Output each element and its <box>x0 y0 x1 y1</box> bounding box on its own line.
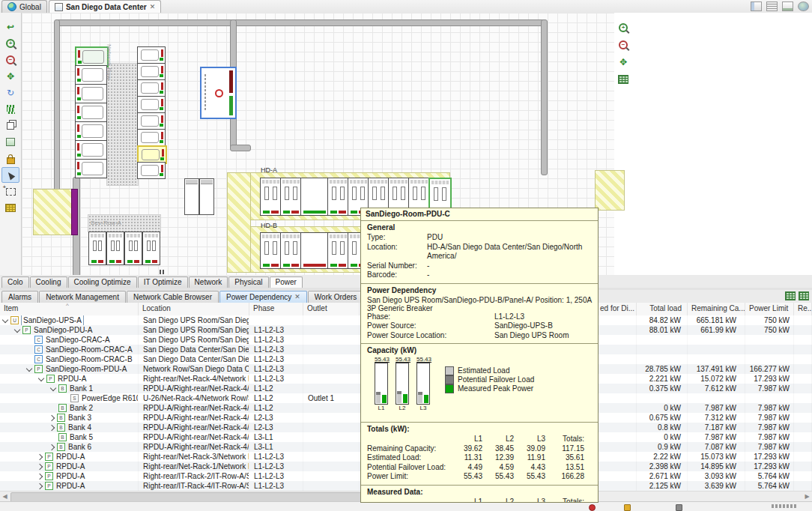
column-header-item[interactable]: Item^ <box>0 303 139 315</box>
table-export-icon[interactable] <box>799 291 809 300</box>
rack[interactable] <box>137 79 166 97</box>
rack[interactable] <box>137 112 166 130</box>
grid-icon[interactable] <box>1 200 19 216</box>
column-header-outlet[interactable]: Outlet <box>303 303 360 315</box>
map-tab-cooling-optimize[interactable]: Cooling Optimize <box>68 276 137 288</box>
hd-rack-unit[interactable] <box>300 232 329 269</box>
dev-rack-unit[interactable] <box>124 232 142 265</box>
column-header-remainingca[interactable]: Remaining Ca... <box>688 303 745 315</box>
rack[interactable] <box>75 46 109 67</box>
column-header-totalload[interactable]: Total load <box>637 303 688 315</box>
zoom-in-icon[interactable]: + <box>614 19 632 35</box>
copy-icon[interactable] <box>1 118 19 133</box>
scroll-right-icon[interactable]: ▶ <box>802 492 812 501</box>
expander-closed-icon[interactable] <box>37 463 43 469</box>
column-header-re[interactable]: Re... <box>794 303 812 315</box>
scroll-left-icon[interactable]: ◀ <box>0 492 10 501</box>
expander-open-icon[interactable] <box>50 384 56 390</box>
dev-rack-unit[interactable] <box>88 232 106 265</box>
hd-rack-unit[interactable] <box>280 232 302 269</box>
expander-open-icon[interactable] <box>14 326 20 332</box>
restore-pane-icon[interactable] <box>751 1 762 11</box>
rack[interactable] <box>75 159 107 178</box>
column-header-powerlimit[interactable]: Power Limit <box>745 303 794 315</box>
rack[interactable] <box>137 162 166 179</box>
cell-outlet <box>303 403 360 413</box>
panel-tab-power-dependency[interactable]: Power Dependency✕ <box>219 291 307 303</box>
map-tab-colo[interactable]: Colo <box>1 276 29 288</box>
rack[interactable] <box>75 121 107 141</box>
hd-rack-unit[interactable] <box>260 232 282 269</box>
room-wall-left <box>54 19 60 192</box>
close-tab-icon[interactable]: ✕ <box>150 4 156 10</box>
expander-closed-icon[interactable] <box>49 424 55 430</box>
zoom-out-icon[interactable]: − <box>1 52 19 67</box>
failover-segment <box>397 391 402 394</box>
cell-outlet <box>303 423 360 432</box>
airflow-icon[interactable] <box>1 101 19 117</box>
expander-closed-icon[interactable] <box>49 414 55 420</box>
rack[interactable] <box>75 103 107 122</box>
panel-tab-alarms[interactable]: Alarms <box>1 291 38 303</box>
rack[interactable] <box>137 63 166 80</box>
cell-item: PSanDiego-Room-PDU-A <box>0 364 139 374</box>
rack[interactable] <box>137 129 166 146</box>
zoom-in-icon[interactable]: + <box>1 35 19 51</box>
panel-tab-work-orders[interactable]: Work Orders <box>308 291 364 303</box>
map-tab-cooling[interactable]: Cooling <box>30 276 67 288</box>
paste-icon[interactable] <box>1 134 19 150</box>
expander-open-icon[interactable] <box>26 365 32 371</box>
rack[interactable] <box>137 96 166 113</box>
hd-rack-unit[interactable] <box>327 178 349 216</box>
lock-icon[interactable] <box>1 151 19 166</box>
bar-limit-label: 55.43 <box>396 356 409 363</box>
hd-rack-unit[interactable] <box>260 178 282 216</box>
fit-view-icon[interactable]: ✥ <box>614 54 632 70</box>
column-header-location[interactable]: Location <box>139 303 249 315</box>
splitter-grip[interactable] <box>160 270 161 274</box>
table-icon[interactable] <box>785 291 796 300</box>
editor-tab-san-diego-data-center[interactable]: San Diego Data Center✕ <box>49 0 161 13</box>
expander-closed-icon[interactable] <box>37 453 43 459</box>
zoom-out-icon[interactable]: − <box>614 37 632 52</box>
editor-tab-global[interactable]: Global <box>1 0 47 13</box>
item-label: SanDiego-Room-PDU-A <box>46 364 127 374</box>
close-tab-icon[interactable]: ✕ <box>294 294 300 300</box>
panel-tab-network-cable-browser[interactable]: Network Cable Browser <box>127 291 219 303</box>
electrical-panel[interactable] <box>199 178 214 215</box>
map-tab-it-optimize[interactable]: IT Optimize <box>138 276 188 288</box>
marquee-add-icon[interactable] <box>1 184 19 199</box>
expander-closed-icon[interactable] <box>49 444 55 450</box>
expander-open-icon[interactable] <box>38 375 44 381</box>
hd-rack-unit[interactable] <box>327 232 349 269</box>
hierarchy-icon[interactable] <box>782 1 793 11</box>
panel-tab-network-management[interactable]: Network Management <box>39 291 126 303</box>
map-tab-physical[interactable]: Physical <box>228 276 268 288</box>
map-tab-network[interactable]: Network <box>189 276 228 288</box>
property-value: SanDiego-UPS-B <box>494 321 592 331</box>
electrical-panel[interactable] <box>184 178 199 215</box>
perspective-icon[interactable] <box>798 1 809 11</box>
rotate-view-icon[interactable]: ↻ <box>1 85 19 100</box>
rack[interactable] <box>75 84 107 103</box>
return-arrow-icon[interactable]: ↩ <box>1 19 19 34</box>
rack[interactable] <box>137 46 166 64</box>
menu-icon[interactable] <box>766 1 778 11</box>
dev-rack-unit[interactable] <box>142 232 160 265</box>
map-tab-power[interactable]: Power <box>270 276 303 288</box>
splitter-grip[interactable] <box>163 270 164 274</box>
column-header-phase[interactable]: Phase <box>249 303 303 315</box>
expander-closed-icon[interactable] <box>37 483 43 489</box>
rack[interactable] <box>75 65 107 85</box>
dev-rack-unit[interactable] <box>106 232 124 265</box>
expander-closed-icon[interactable] <box>37 473 43 479</box>
panel-corner-icons <box>785 291 809 300</box>
power-panel-unit[interactable] <box>200 67 237 119</box>
hd-rack-unit[interactable] <box>280 178 302 216</box>
hd-rack-unit[interactable] <box>300 178 329 216</box>
pointer-icon[interactable] <box>1 167 19 183</box>
fit-view-icon[interactable]: ✥ <box>1 68 19 84</box>
grid-view-icon[interactable] <box>614 71 632 87</box>
rack[interactable] <box>75 140 107 160</box>
expander-open-icon[interactable] <box>2 316 8 322</box>
